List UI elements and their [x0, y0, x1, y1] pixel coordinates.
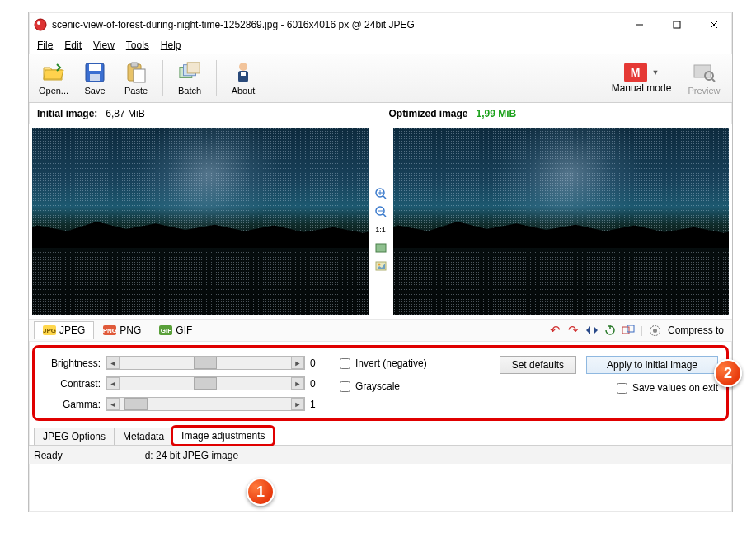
- menu-edit[interactable]: Edit: [59, 39, 87, 52]
- slider-inc-button[interactable]: ►: [291, 398, 304, 410]
- jpeg-icon: JPG: [43, 325, 56, 335]
- status-bar: Ready d: 24 bit JPEG image: [29, 446, 732, 464]
- menu-file[interactable]: File: [32, 39, 58, 52]
- format-tab-gif[interactable]: GIF GIF: [150, 321, 201, 339]
- grayscale-checkbox[interactable]: Grayscale: [340, 381, 472, 392]
- gamma-slider[interactable]: ◄ ►: [106, 397, 305, 411]
- slider-inc-button[interactable]: ►: [291, 377, 304, 390]
- invert-label: Invert (negative): [355, 357, 427, 369]
- save-on-exit-label: Save values on exit: [632, 382, 718, 394]
- about-icon: [232, 61, 255, 84]
- save-button[interactable]: Save: [75, 56, 115, 100]
- size-info-row: Initial image: 6,87 MiB Optimized image …: [29, 103, 732, 124]
- minimize-icon: [636, 21, 644, 29]
- slider-inc-button[interactable]: ►: [291, 357, 304, 369]
- apply-initial-button[interactable]: Apply to initial image: [586, 356, 718, 374]
- zoom-out-icon[interactable]: [374, 205, 387, 218]
- batch-label: Batch: [178, 86, 201, 96]
- save-icon: [83, 61, 106, 84]
- menu-help[interactable]: Help: [156, 39, 186, 52]
- initial-preview[interactable]: [32, 128, 369, 315]
- fit-screen-icon[interactable]: [374, 241, 387, 255]
- png-icon: PNG: [103, 325, 116, 335]
- svg-rect-32: [627, 325, 634, 332]
- picture-icon[interactable]: [374, 259, 387, 273]
- format-tab-jpeg[interactable]: JPG JPEG: [34, 321, 94, 339]
- format-tab-png[interactable]: PNG PNG: [94, 321, 150, 339]
- preview-label: Preview: [688, 86, 720, 96]
- svg-rect-11: [134, 69, 145, 82]
- set-defaults-button[interactable]: Set defaults: [500, 356, 576, 374]
- svg-point-15: [239, 63, 247, 71]
- brightness-value: 0: [310, 357, 325, 369]
- menu-view[interactable]: View: [88, 39, 120, 52]
- format-tab-label: PNG: [120, 325, 141, 336]
- manual-mode-button[interactable]: M ▼ Manual mode: [603, 56, 679, 100]
- brightness-slider[interactable]: ◄ ►: [106, 356, 305, 370]
- window-title: scenic-view-of-forest-during-night-time-…: [52, 19, 621, 30]
- optimized-preview[interactable]: [393, 128, 730, 315]
- initial-image-label: Initial image:: [37, 108, 97, 119]
- open-button[interactable]: Open...: [34, 56, 73, 100]
- brightness-label: Brightness:: [36, 357, 101, 369]
- preview-button[interactable]: Preview: [681, 56, 727, 100]
- svg-rect-17: [241, 72, 246, 76]
- svg-point-34: [653, 329, 657, 333]
- slider-dec-button[interactable]: ◄: [106, 377, 120, 390]
- main-toolbar: Open... Save Paste Batch About M ▼ Manua…: [29, 54, 732, 103]
- paste-button[interactable]: Paste: [116, 56, 156, 100]
- svg-point-1: [37, 21, 40, 25]
- zoom-in-icon[interactable]: [374, 187, 387, 200]
- manual-m-icon: M: [624, 63, 647, 82]
- bottom-tab-bar: JPEG Options Metadata Image adjustments: [29, 426, 732, 446]
- undo-icon[interactable]: ↶: [548, 323, 563, 338]
- chevron-down-icon: ▼: [652, 68, 660, 77]
- app-icon: [34, 18, 47, 31]
- tab-jpeg-options[interactable]: JPEG Options: [34, 428, 115, 445]
- menu-bar: File Edit View Tools Help: [29, 37, 732, 54]
- toolbar-separator: |: [641, 325, 643, 336]
- manual-mode-label: Manual mode: [612, 82, 672, 94]
- format-tab-label: JPEG: [59, 325, 85, 336]
- zoom-ratio-label[interactable]: 1:1: [374, 223, 387, 236]
- about-button[interactable]: About: [223, 56, 263, 100]
- callout-badge-1: 1: [247, 478, 275, 506]
- format-tab-label: GIF: [176, 325, 192, 336]
- grayscale-label: Grayscale: [355, 381, 400, 392]
- invert-checkbox[interactable]: Invert (negative): [340, 357, 472, 369]
- minimize-button[interactable]: [621, 12, 658, 37]
- gamma-label: Gamma:: [36, 399, 101, 410]
- svg-rect-8: [90, 74, 100, 81]
- status-ready: Ready: [34, 450, 63, 461]
- batch-button[interactable]: Batch: [170, 56, 209, 100]
- tab-metadata[interactable]: Metadata: [114, 428, 173, 445]
- optimized-image-label: Optimized image: [389, 108, 468, 119]
- contrast-label: Contrast:: [36, 378, 101, 390]
- gif-icon: GIF: [159, 325, 172, 335]
- save-on-exit-checkbox[interactable]: Save values on exit: [617, 382, 718, 394]
- resize-icon[interactable]: [621, 323, 636, 338]
- toolbar-separator: [216, 60, 217, 96]
- contrast-slider[interactable]: ◄ ►: [106, 376, 305, 390]
- close-icon: [710, 21, 718, 29]
- svg-rect-3: [674, 21, 680, 28]
- flip-h-icon[interactable]: [585, 323, 599, 338]
- slider-dec-button[interactable]: ◄: [106, 398, 120, 410]
- tab-image-adjustments[interactable]: Image adjustments: [172, 427, 274, 445]
- compress-to-button[interactable]: Compress to: [664, 325, 727, 336]
- menu-tools[interactable]: Tools: [121, 39, 154, 52]
- gamma-value: 1: [310, 399, 325, 410]
- svg-line-20: [712, 79, 715, 82]
- maximize-button[interactable]: [658, 12, 695, 37]
- gear-icon[interactable]: [648, 323, 663, 338]
- batch-icon: [178, 61, 201, 84]
- svg-point-30: [378, 264, 380, 266]
- app-window: scenic-view-of-forest-during-night-time-…: [28, 12, 733, 512]
- maximize-icon: [673, 21, 681, 29]
- close-button[interactable]: [695, 12, 732, 37]
- optimized-image-size: 1,99 MiB: [477, 108, 517, 119]
- redo-icon[interactable]: ↷: [566, 323, 581, 338]
- slider-dec-button[interactable]: ◄: [106, 357, 120, 369]
- svg-rect-10: [131, 63, 138, 67]
- rotate-icon[interactable]: [603, 323, 617, 338]
